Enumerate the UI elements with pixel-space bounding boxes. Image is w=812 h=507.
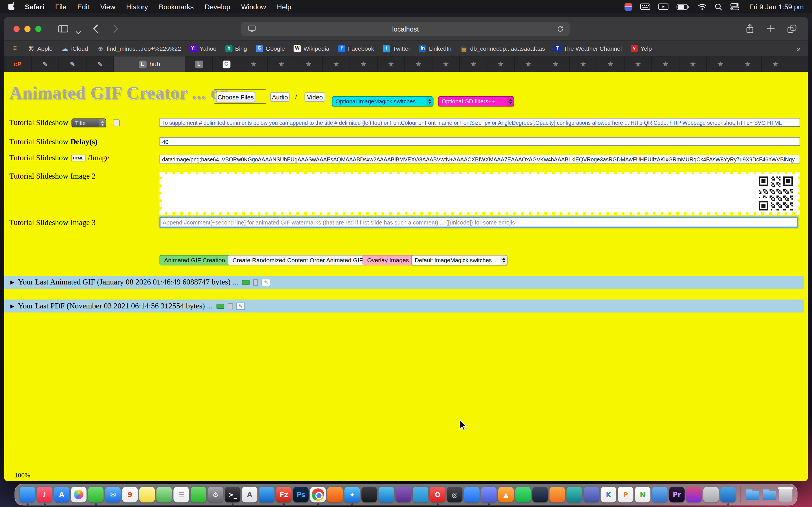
tab[interactable]: ★ bbox=[624, 56, 652, 72]
dock-terminal[interactable]: >_ bbox=[225, 487, 240, 502]
menu-edit[interactable]: Edit bbox=[77, 3, 89, 11]
dock-handbrake[interactable] bbox=[703, 487, 719, 502]
tab-overview-icon[interactable] bbox=[787, 24, 797, 35]
tab[interactable]: ★ bbox=[487, 56, 515, 72]
image-data-uri-input[interactable] bbox=[160, 155, 800, 163]
edit-icon[interactable] bbox=[236, 302, 245, 310]
wifi-icon[interactable] bbox=[698, 3, 707, 10]
dock-vscode[interactable] bbox=[259, 487, 274, 502]
dock-facetime[interactable] bbox=[191, 487, 206, 502]
menu-file[interactable]: File bbox=[55, 3, 66, 11]
overlay-images-button[interactable]: Overlay Images bbox=[363, 255, 414, 266]
title-checkbox[interactable] bbox=[113, 119, 119, 126]
close-window-button[interactable] bbox=[13, 26, 20, 32]
tab[interactable]: ★ bbox=[597, 56, 624, 72]
favorite-linkedin[interactable]: inLinkedIn bbox=[419, 45, 452, 52]
favorite-facebook[interactable]: fFacebook bbox=[338, 45, 374, 52]
zoom-indicator[interactable]: 100% bbox=[14, 471, 30, 480]
gif-preview-icon[interactable] bbox=[242, 280, 250, 285]
tab[interactable]: ★ bbox=[405, 56, 432, 72]
new-tab-icon[interactable] bbox=[766, 24, 775, 35]
minimize-window-button[interactable] bbox=[24, 26, 31, 32]
dock-textedit[interactable]: A bbox=[242, 487, 257, 502]
dock-chrome[interactable] bbox=[310, 487, 326, 502]
tab[interactable]: ✎ bbox=[32, 56, 59, 72]
favorite-google[interactable]: GGoogle bbox=[256, 45, 285, 52]
menu-app-name[interactable]: Safari bbox=[25, 3, 44, 11]
dock-discord[interactable] bbox=[481, 487, 497, 502]
favorite-weather-channel[interactable]: TThe Weather Channel bbox=[554, 45, 622, 52]
disclosure-triangle-icon[interactable]: ▶ bbox=[10, 279, 14, 285]
trash-icon[interactable] bbox=[779, 487, 792, 502]
dock-reminders[interactable]: ☰ bbox=[173, 487, 189, 502]
favorite-wikipedia[interactable]: WWikipedia bbox=[294, 45, 329, 52]
title-select[interactable]: Title bbox=[71, 119, 106, 127]
tab[interactable]: ★ bbox=[322, 56, 350, 72]
dock-maps[interactable] bbox=[156, 487, 172, 502]
spotlight-icon[interactable] bbox=[715, 3, 723, 11]
documents-folder-icon[interactable] bbox=[762, 487, 777, 502]
dock-firefox[interactable] bbox=[327, 487, 343, 502]
dock-messages[interactable] bbox=[88, 487, 103, 502]
dock-pages[interactable]: P bbox=[618, 487, 633, 502]
tab[interactable]: G bbox=[213, 56, 240, 72]
input-source-icon[interactable] bbox=[640, 3, 651, 11]
tab[interactable]: ★ bbox=[707, 56, 734, 72]
edit-icon[interactable] bbox=[262, 279, 270, 286]
downloads-folder-icon[interactable] bbox=[745, 487, 760, 502]
forward-button[interactable] bbox=[113, 24, 118, 35]
dock-calendar[interactable]: 9 bbox=[122, 487, 138, 502]
dock-filezilla[interactable]: Fz bbox=[276, 487, 292, 502]
dock-spotify[interactable] bbox=[515, 487, 531, 502]
dock-telegram[interactable] bbox=[413, 487, 428, 502]
dock-finder[interactable] bbox=[20, 487, 35, 502]
dock-github[interactable] bbox=[361, 487, 377, 502]
dock-keynote[interactable]: K bbox=[601, 487, 616, 502]
animated-gif-creation-button[interactable]: Animated GIF Creation bbox=[160, 255, 230, 266]
dock-system-settings[interactable]: ⚙ bbox=[208, 487, 223, 502]
tab[interactable]: cP bbox=[4, 56, 32, 72]
dock-opera[interactable]: O bbox=[430, 487, 445, 502]
sidebar-chevron-icon[interactable] bbox=[75, 27, 81, 37]
tab[interactable]: L bbox=[186, 56, 213, 72]
extension-icon[interactable] bbox=[624, 3, 632, 11]
menu-clock[interactable]: Fri 9 Jan 1:59 pm bbox=[749, 3, 804, 11]
battery-icon[interactable] bbox=[676, 3, 690, 10]
tab[interactable]: ★ bbox=[515, 56, 542, 72]
tab[interactable]: ✎ bbox=[59, 56, 86, 72]
dock-notes[interactable] bbox=[139, 487, 155, 502]
dock-screens[interactable] bbox=[720, 487, 736, 502]
dock-photoshop[interactable]: Ps bbox=[293, 487, 309, 502]
apple-menu-icon[interactable] bbox=[8, 2, 15, 12]
html-badge-button[interactable]: HTML bbox=[71, 155, 85, 161]
share-icon[interactable] bbox=[745, 24, 755, 36]
dock-app-store[interactable]: A bbox=[54, 487, 69, 502]
gd-filters-select[interactable]: Optional GD filters++ ... bbox=[438, 96, 514, 107]
menu-bookmarks[interactable]: Bookmarks bbox=[159, 3, 194, 11]
favorite-icloud[interactable]: ☁iCloud bbox=[61, 45, 88, 52]
tab[interactable]: ★ bbox=[240, 56, 267, 72]
dock-steam[interactable] bbox=[532, 487, 548, 502]
tab[interactable]: ★ bbox=[762, 56, 789, 72]
menu-window[interactable]: Window bbox=[241, 3, 266, 11]
dock-music[interactable]: ♪ bbox=[37, 487, 52, 502]
dock-obs[interactable]: ◎ bbox=[447, 487, 462, 502]
disclosure-triangle-icon[interactable]: ▶ bbox=[10, 303, 14, 309]
back-button[interactable] bbox=[93, 24, 98, 35]
favorites-overflow-chevron[interactable]: » bbox=[797, 44, 801, 52]
zoom-window-button[interactable] bbox=[35, 26, 42, 32]
title-config-input[interactable] bbox=[160, 118, 800, 127]
tab[interactable]: ★ bbox=[542, 56, 569, 72]
favorite-find-minus[interactable]: ⊕find_minus....rep+%22s%22 bbox=[97, 45, 181, 52]
favorite-yahoo[interactable]: Y!Yahoo bbox=[190, 45, 216, 52]
dock-slack[interactable] bbox=[396, 487, 411, 502]
tab[interactable]: ★ bbox=[295, 56, 322, 72]
page-settings-icon[interactable] bbox=[248, 25, 256, 34]
dock-safari[interactable]: ✦ bbox=[344, 487, 360, 502]
audio-button[interactable]: Audio bbox=[270, 92, 290, 102]
sidebar-toggle-icon[interactable] bbox=[58, 25, 68, 35]
tab[interactable]: ★ bbox=[460, 56, 487, 72]
tab[interactable]: ★ bbox=[268, 56, 295, 72]
dock-vlc[interactable]: ▲ bbox=[498, 487, 514, 502]
favorite-twitter[interactable]: tTwitter bbox=[383, 45, 410, 52]
